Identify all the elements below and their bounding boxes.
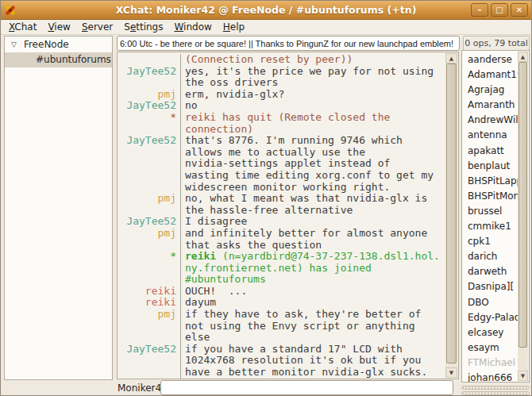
expander-icon[interactable]: ▽ [11, 40, 17, 48]
chat-nick [119, 147, 181, 159]
menu-settings[interactable]: Settings [118, 20, 168, 34]
close-button[interactable]: ✕ [511, 3, 528, 17]
minimize-button[interactable]: – [471, 3, 488, 17]
chat-line: pmjif they have to ask, they're better o… [119, 309, 445, 321]
chat-text: that asks the question [181, 240, 322, 252]
userlist-item[interactable]: apakatt [462, 144, 518, 159]
userlist-item[interactable]: cpk1 [462, 234, 518, 249]
chat-nick [119, 240, 181, 252]
chat-scrollbar[interactable]: ▲ ▼ [445, 53, 457, 378]
chat-line: pmjno, what I meant was that nvidia-glx … [119, 193, 445, 205]
chat-text: (Connection reset by peer)) [181, 54, 353, 66]
userlist-item[interactable]: benplaut [462, 159, 518, 174]
chat-nick: JayTee52 [119, 344, 181, 356]
chat-nick [119, 124, 181, 136]
close-icon: ✕ [516, 6, 522, 14]
tree-item-ubuntuforums[interactable]: #ubuntuforums [5, 52, 112, 67]
userlist-item[interactable]: brussel [462, 204, 518, 219]
userlist-item[interactable]: antenna [462, 128, 518, 143]
chat-text: ny.frontiernet.net) has joined [181, 263, 372, 275]
userlist-scrollbar[interactable]: ▲ ▼ [518, 52, 528, 381]
chat-text: allows me to actually use the [181, 147, 365, 159]
chat-line: the oss drivers [119, 77, 445, 89]
userlist-item[interactable]: Amaranth [462, 98, 518, 113]
chat-line: else [119, 332, 445, 344]
chat-log: (Connection reset by peer))JayTee52yes, … [119, 54, 445, 379]
userlist-item[interactable]: Edgy-Paladin [462, 310, 518, 325]
menu-window[interactable]: Window [168, 20, 217, 34]
userlist-item[interactable]: darweth [462, 264, 518, 279]
chat-line: reikidayum [119, 297, 445, 309]
userlist-item[interactable]: cmmike1 [462, 219, 518, 234]
maximize-icon: □ [495, 6, 503, 14]
scroll-down-icon[interactable]: ▼ [518, 371, 528, 381]
userlist-item[interactable]: elcasey [462, 325, 518, 340]
chat-nick [119, 205, 181, 217]
chat-nick: reiki [119, 286, 181, 298]
chat-text: yes, it's the price we pay for not using [181, 66, 434, 78]
tree-item-freenode[interactable]: ▽ FreeNode [5, 37, 112, 52]
chat-text: dayum [181, 297, 216, 309]
chat-line: #ubuntuforums [119, 274, 445, 286]
resize-grip[interactable] [461, 391, 530, 395]
chat-line: nvidia-settings applet instead of [119, 158, 445, 170]
window-controls: – □ ✕ [471, 3, 528, 17]
resize-grip[interactable] [461, 386, 530, 390]
menu-xchat[interactable]: XChat [3, 20, 42, 34]
chat-nick [119, 274, 181, 286]
chat-line: widescreen monitor working right. [119, 182, 445, 194]
xchat-window: XChat: Moniker42 @ FreeNode / #ubuntufor… [0, 0, 532, 396]
chat-text: and infinitely better for almost anyone [181, 228, 427, 240]
chat-line: JayTee52if you have a standard 17" LCD w… [119, 344, 445, 356]
topic-input[interactable] [117, 36, 460, 51]
chat-area[interactable]: (Connection reset by peer))JayTee52yes, … [117, 52, 459, 379]
chat-text: connection) [181, 124, 253, 136]
menu-view[interactable]: View [42, 20, 75, 34]
ops-count-label: 0 ops, 79 total [463, 36, 530, 51]
chat-line: not using the Envy script or anything [119, 321, 445, 333]
scroll-up-icon[interactable]: ▲ [518, 52, 528, 62]
userlist-item[interactable]: Adamant198 [462, 67, 518, 83]
userlist-item[interactable]: johan666 [462, 371, 518, 382]
scroll-up-icon[interactable]: ▲ [445, 53, 457, 63]
userlist-item[interactable]: DBO [462, 295, 518, 310]
chat-line: *reiki has quit (Remote closed the [119, 112, 445, 124]
chat-nick: JayTee52 [119, 66, 181, 78]
scroll-down-icon[interactable]: ▼ [445, 367, 457, 378]
chat-line: the hassle-free alternative [119, 205, 445, 217]
chat-nick: pmj [119, 228, 181, 240]
chat-nick: JayTee52 [119, 100, 181, 112]
chat-scrollbar-thumb[interactable] [446, 63, 457, 363]
userlist-item[interactable]: BHSPitMonke [462, 189, 518, 204]
chat-nick: reiki [119, 297, 181, 309]
menu-server[interactable]: Server [76, 20, 118, 34]
chat-text: that's 8776. I'm running 9746 which [181, 135, 403, 147]
maximize-button[interactable]: □ [491, 3, 508, 17]
message-input[interactable] [160, 380, 453, 395]
userlist-item[interactable]: darich [462, 249, 518, 264]
chat-text: not using the Envy script or anything [181, 321, 415, 333]
user-list: aanderseAdamant198AgrajagAmaranthAndrewW… [461, 50, 530, 383]
chat-line: 1024x768 resolution it's ok but if you [119, 355, 445, 367]
userlist-item[interactable]: Dasnipa][ [462, 279, 518, 294]
userlist-item[interactable]: esaym [462, 340, 518, 356]
chat-text: if they have to ask, they're better of [181, 309, 421, 321]
chat-nick [119, 263, 181, 275]
chat-line: that asks the question [119, 240, 445, 252]
chat-nick [119, 321, 181, 333]
userlist-item[interactable]: aanderse [462, 52, 518, 67]
chat-text: widescreen monitor working right. [181, 182, 390, 194]
menu-help[interactable]: Help [218, 20, 250, 34]
userlist-item[interactable]: BHSPitLappy [462, 174, 518, 189]
title-bar[interactable]: XChat: Moniker42 @ FreeNode / #ubuntufor… [1, 1, 531, 20]
chat-nick: * [119, 112, 181, 124]
chat-line: JayTee52no [119, 100, 445, 112]
userlist-item[interactable]: AndrewWillian [462, 113, 518, 128]
chat-text: if you have a standard 17" LCD with [181, 344, 403, 356]
userlist-item[interactable]: Agrajag [462, 83, 518, 98]
chat-text: else [181, 332, 210, 344]
chat-text: the hassle-free alternative [181, 205, 353, 217]
userlist-item[interactable]: FTMichael [462, 356, 518, 371]
userlist-scrollbar-thumb[interactable] [519, 62, 527, 348]
chat-text: reiki has quit (Remote closed the [181, 112, 390, 124]
